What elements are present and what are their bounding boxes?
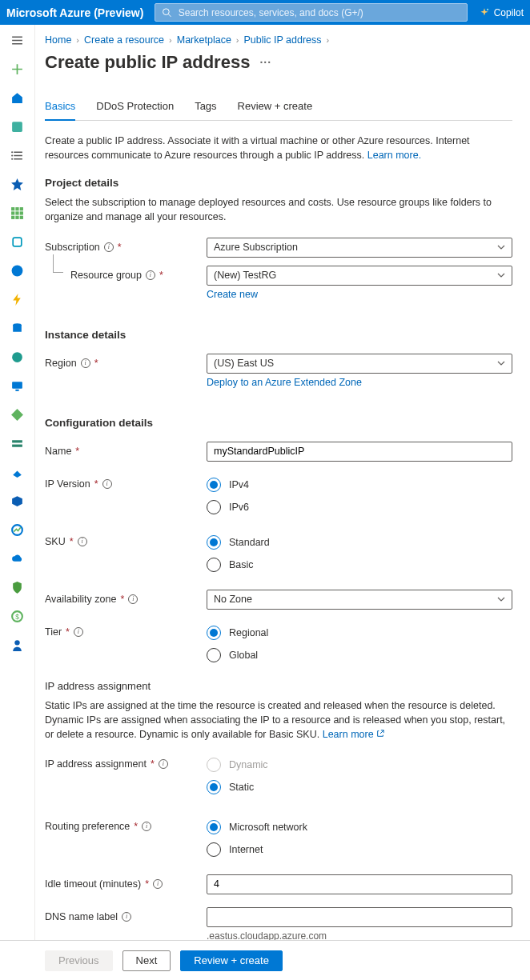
svg-point-5 (11, 154, 13, 156)
radio-static[interactable]: Static (207, 780, 512, 794)
radio-internet[interactable]: Internet (207, 842, 512, 857)
crumb-home[interactable]: Home (45, 34, 71, 46)
radio-basic[interactable]: Basic (207, 558, 512, 572)
radio-msnetwork[interactable]: Microsoft network (207, 820, 512, 834)
svg-rect-7 (11, 207, 14, 210)
sidebar-allresources[interactable] (6, 202, 29, 223)
info-icon[interactable]: i (159, 759, 168, 769)
more-icon[interactable]: ··· (259, 56, 271, 69)
svg-rect-8 (15, 207, 18, 210)
sidebar-advisor[interactable] (6, 548, 29, 569)
idle-label: Idle timeout (minutes) * i (45, 874, 207, 890)
radio-icon (207, 478, 221, 492)
sidebar-loadbalancer[interactable] (6, 404, 29, 425)
sidebar-aad[interactable] (6, 490, 29, 511)
tab-review[interactable]: Review + create (238, 94, 313, 120)
sidebar-functions[interactable] (6, 289, 29, 310)
dns-input[interactable] (214, 911, 505, 922)
radio-icon (207, 758, 221, 772)
sidebar-security[interactable] (6, 577, 29, 598)
radio-ipv6[interactable]: IPv6 (207, 500, 512, 514)
region-select[interactable]: (US) East US (207, 354, 512, 374)
info-icon[interactable]: i (122, 912, 131, 922)
assignment-label: IP address assignment * i (45, 754, 207, 770)
sidebar-storage[interactable] (6, 433, 29, 454)
next-button[interactable]: Next (122, 950, 171, 971)
sidebar-help[interactable] (6, 634, 29, 655)
sidebar-vm[interactable] (6, 375, 29, 396)
sidebar-resource-groups[interactable] (6, 231, 29, 252)
crumb-create[interactable]: Create a resource (84, 34, 164, 46)
info-icon[interactable]: i (146, 270, 155, 280)
tab-ddos[interactable]: DDoS Protection (96, 94, 174, 120)
review-create-button[interactable]: Review + create (180, 950, 283, 971)
svg-point-4 (11, 151, 13, 153)
radio-global[interactable]: Global (207, 648, 512, 662)
az-select[interactable]: No Zone (207, 590, 512, 610)
sidebar-sql[interactable] (6, 318, 29, 338)
learn-more-assignment[interactable]: Learn more (323, 729, 384, 740)
sidebar-add[interactable] (6, 58, 29, 79)
info-icon[interactable]: i (153, 879, 163, 889)
project-desc: Select the subscription to manage deploy… (45, 195, 512, 224)
idle-input[interactable] (214, 878, 505, 890)
shield-icon (10, 581, 24, 594)
radio-regional[interactable]: Regional (207, 626, 512, 640)
info-icon[interactable]: i (78, 537, 87, 546)
sidebar-cost[interactable]: $ (6, 606, 29, 626)
sidebar-menu[interactable] (6, 30, 29, 50)
global-search[interactable] (155, 3, 467, 22)
svg-rect-9 (20, 207, 23, 210)
info-icon[interactable]: i (102, 479, 112, 489)
idle-input-wrap[interactable] (207, 874, 512, 894)
svg-rect-23 (12, 440, 22, 442)
sidebar: $ (0, 25, 35, 980)
cube-icon (10, 235, 24, 249)
crumb-publicip[interactable]: Public IP address (244, 34, 322, 46)
svg-point-2 (487, 8, 488, 10)
info-icon[interactable]: i (104, 242, 114, 252)
region-label: Region i * (45, 354, 207, 369)
svg-point-6 (11, 158, 13, 159)
radio-ipv4[interactable]: IPv4 (207, 478, 512, 492)
sidebar-appservices[interactable] (6, 260, 29, 281)
svg-rect-16 (13, 238, 22, 246)
radio-standard[interactable]: Standard (207, 535, 512, 550)
sidebar-monitor[interactable] (6, 519, 29, 540)
svg-point-20 (12, 352, 22, 362)
info-icon[interactable]: i (142, 822, 151, 831)
svg-rect-12 (20, 211, 23, 214)
dashboard-icon (10, 120, 24, 134)
brand[interactable]: Microsoft Azure (Preview) (6, 6, 143, 19)
svg-point-17 (12, 265, 23, 276)
sidebar-favorites[interactable] (6, 174, 29, 194)
chevron-right-icon: › (327, 35, 330, 45)
sidebar-dashboard[interactable] (6, 116, 29, 137)
learn-more-link[interactable]: Learn more. (367, 150, 421, 161)
grid-icon (10, 206, 24, 220)
extended-zone-link[interactable]: Deploy to an Azure Extended Zone (207, 377, 362, 388)
info-icon[interactable]: i (128, 594, 138, 604)
sidebar-home[interactable] (6, 87, 29, 108)
name-input[interactable] (214, 446, 505, 457)
sidebar-vnet[interactable] (6, 462, 29, 482)
subscription-select[interactable]: Azure Subscription (207, 238, 512, 258)
search-input[interactable] (179, 7, 460, 18)
crumb-marketplace[interactable]: Marketplace (177, 34, 231, 46)
info-icon[interactable]: i (74, 627, 83, 637)
copilot-button[interactable]: Copilot (479, 7, 524, 18)
dns-input-wrap[interactable] (207, 907, 512, 927)
create-new-link[interactable]: Create new (207, 289, 258, 300)
tab-tags[interactable]: Tags (195, 94, 216, 120)
rg-select[interactable]: (New) TestRG (207, 266, 512, 286)
home-icon (10, 91, 24, 105)
tab-basics[interactable]: Basics (45, 94, 75, 120)
plus-icon (10, 62, 24, 76)
chevron-down-icon (497, 243, 505, 251)
name-input-wrap[interactable] (207, 442, 512, 462)
sidebar-list[interactable] (6, 145, 29, 166)
bolt-icon (10, 293, 24, 306)
info-icon[interactable]: i (81, 358, 90, 368)
person-icon (10, 638, 24, 652)
sidebar-cosmos[interactable] (6, 346, 29, 367)
